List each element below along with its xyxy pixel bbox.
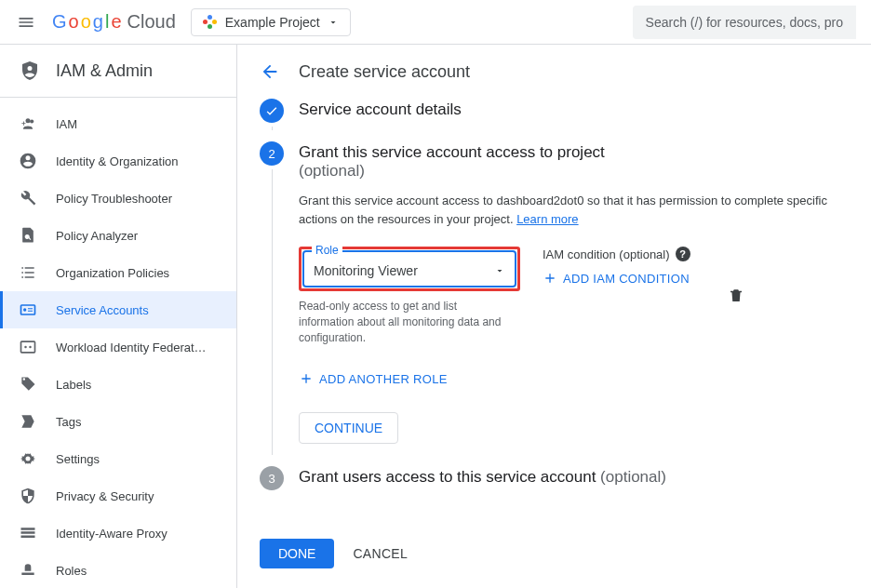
shield-icon	[19, 487, 37, 505]
wrench-icon	[19, 189, 37, 207]
page-title: Create service account	[299, 62, 470, 82]
svg-point-3	[23, 308, 26, 311]
step-2: 2 Grant this service account access to p…	[260, 141, 849, 459]
hat-icon	[19, 561, 37, 580]
step-3: 3 Grant users access to this service acc…	[260, 466, 849, 501]
nav-items: IAM Identity & Organization Policy Troub…	[0, 98, 236, 588]
add-iam-condition-button[interactable]: ADD IAM CONDITION	[543, 271, 690, 286]
role-field-value: Monitoring Viewer	[314, 263, 418, 278]
project-icon	[203, 15, 218, 30]
caret-down-icon	[494, 265, 505, 276]
role-field-label: Role	[312, 244, 342, 257]
step-2-title: Grant this service account access to pro…	[299, 143, 849, 180]
sidebar-item-roles[interactable]: Roles	[0, 552, 236, 588]
content-header: Create service account	[237, 45, 871, 99]
iam-condition-col: IAM condition (optional) ? ADD IAM CONDI…	[543, 247, 690, 286]
step-3-badge: 3	[260, 466, 284, 490]
arrow-left-icon	[260, 61, 280, 82]
sidebar-item-troubleshooter[interactable]: Policy Troubleshooter	[0, 180, 236, 217]
hamburger-icon	[17, 13, 35, 32]
step-3-title[interactable]: Grant users access to this service accou…	[299, 468, 849, 487]
delete-role-button[interactable]	[728, 287, 744, 304]
svg-rect-4	[21, 341, 35, 353]
main-area: IAM & Admin IAM Identity & Organization …	[0, 45, 871, 588]
svg-point-5	[24, 346, 27, 349]
bottom-actions: DONE CANCEL	[237, 531, 871, 576]
help-icon[interactable]: ?	[676, 247, 690, 261]
sidebar: IAM & Admin IAM Identity & Organization …	[0, 45, 237, 588]
continue-button[interactable]: CONTINUE	[299, 412, 398, 444]
grid-icon	[19, 524, 37, 542]
project-selector[interactable]: Example Project	[191, 8, 351, 36]
sidebar-item-iam[interactable]: IAM	[0, 105, 236, 142]
plus-icon	[543, 271, 557, 286]
step-2-description: Grant this service account access to das…	[299, 192, 849, 228]
iam-condition-label: IAM condition (optional) ?	[543, 247, 690, 261]
trash-icon	[728, 287, 744, 304]
role-row: Role Monitoring Viewer Read-only access …	[299, 247, 849, 345]
document-search-icon	[19, 226, 37, 245]
shield-person-icon	[19, 60, 41, 82]
sidebar-item-labels[interactable]: Labels	[0, 366, 236, 403]
add-another-role-button[interactable]: ADD ANOTHER ROLE	[299, 371, 849, 386]
tag-icon	[19, 375, 37, 394]
sidebar-item-analyzer[interactable]: Policy Analyzer	[0, 217, 236, 254]
menu-button[interactable]	[15, 11, 37, 33]
svg-point-6	[29, 346, 32, 349]
step-1-badge	[260, 99, 284, 123]
federation-icon	[19, 338, 37, 356]
back-button[interactable]	[260, 61, 280, 82]
top-bar: GoogleCloud Example Project Search (/) f…	[0, 0, 871, 45]
check-icon	[264, 103, 279, 118]
stepper: Service account details 2 Grant this ser…	[237, 99, 871, 531]
sidebar-item-iap[interactable]: Identity-Aware Proxy	[0, 514, 236, 552]
sidebar-item-privacy[interactable]: Privacy & Security	[0, 477, 236, 514]
plus-icon	[299, 371, 314, 386]
sidebar-item-identity[interactable]: Identity & Organization	[0, 142, 236, 180]
content: Create service account Service account d…	[237, 45, 871, 588]
service-account-icon	[19, 301, 37, 319]
svg-point-1	[30, 119, 34, 123]
learn-more-link[interactable]: Learn more	[516, 212, 578, 226]
sidebar-item-orgpolicies[interactable]: Organization Policies	[0, 254, 236, 291]
caret-down-icon	[328, 17, 339, 28]
add-another-role-row: ADD ANOTHER ROLE	[299, 371, 849, 386]
step-2-badge: 2	[260, 141, 284, 166]
google-cloud-logo[interactable]: GoogleCloud	[52, 11, 176, 33]
project-name: Example Project	[225, 15, 320, 30]
done-button[interactable]: DONE	[260, 539, 334, 568]
svg-rect-2	[21, 305, 35, 314]
cancel-button[interactable]: CANCEL	[353, 546, 408, 561]
gear-icon	[19, 449, 37, 468]
sidebar-item-settings[interactable]: Settings	[0, 440, 236, 477]
role-select[interactable]: Role Monitoring Viewer	[302, 250, 516, 287]
role-hint: Read-only access to get and list informa…	[299, 299, 503, 345]
svg-point-0	[26, 118, 31, 123]
people-add-icon	[19, 114, 37, 133]
bookmark-icon	[19, 412, 37, 431]
list-icon	[19, 263, 37, 282]
step-1: Service account details	[260, 99, 849, 134]
search-box[interactable]: Search (/) for resources, docs, pro	[633, 6, 856, 39]
sidebar-item-workload[interactable]: Workload Identity Federat…	[0, 328, 236, 366]
sidebar-item-serviceaccounts[interactable]: Service Accounts	[0, 291, 236, 328]
highlight-box: Role Monitoring Viewer	[299, 247, 520, 291]
step-1-title[interactable]: Service account details	[299, 100, 849, 119]
section-title: IAM & Admin	[56, 61, 153, 81]
person-circle-icon	[19, 152, 37, 170]
section-header: IAM & Admin	[0, 45, 236, 98]
sidebar-item-tags[interactable]: Tags	[0, 403, 236, 440]
